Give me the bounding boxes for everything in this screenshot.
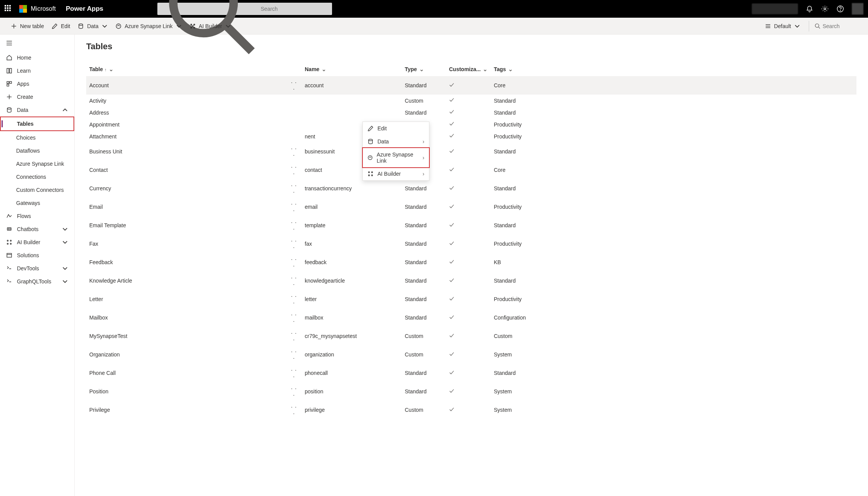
sidebar-item-gateways[interactable]: Gateways — [0, 196, 74, 210]
cell-customizable — [446, 382, 491, 401]
cell-customizable — [446, 253, 491, 271]
cell-customizable — [446, 271, 491, 290]
command-search[interactable] — [809, 21, 861, 32]
sidebar-item-home[interactable]: Home — [0, 51, 74, 64]
synapse-button[interactable]: Azure Synapse Link — [112, 18, 186, 34]
sidebar-item-label: Create — [17, 94, 33, 100]
column-header-tags[interactable]: Tags⌄ — [491, 62, 856, 76]
column-header-name[interactable]: Name⌄ — [302, 62, 402, 76]
settings-icon[interactable] — [821, 5, 829, 13]
context-menu-ai-builder[interactable]: AI Builder › — [363, 167, 429, 180]
row-more-button[interactable]: · · · — [286, 253, 302, 271]
app-launcher-icon[interactable] — [5, 5, 12, 13]
list-icon — [765, 23, 771, 29]
row-more-button[interactable]: · · · — [286, 382, 302, 401]
row-more-button[interactable]: · · · — [286, 271, 302, 290]
row-more-button[interactable]: · · · — [286, 76, 302, 95]
sidebar-item-graphql[interactable]: GraphQLTools — [0, 275, 74, 288]
plus-icon — [11, 23, 17, 29]
avatar[interactable] — [852, 3, 863, 15]
table-row[interactable]: Email Template· · ·templateStandardStand… — [86, 216, 856, 235]
column-header-table[interactable]: Table↑⌄ — [86, 62, 286, 76]
new-table-button[interactable]: New table — [7, 18, 48, 34]
row-more-button[interactable]: · · · — [286, 401, 302, 419]
table-row[interactable]: Knowledge Article· · ·knowledgearticleSt… — [86, 271, 856, 290]
cell-customizable — [446, 142, 491, 161]
row-more-button[interactable]: · · · — [286, 235, 302, 253]
table-row[interactable]: Letter· · ·letterStandardProductivity — [86, 290, 856, 308]
sidebar-item-synapse[interactable]: Azure Synapse Link — [0, 157, 74, 170]
sidebar-item-custom-connectors[interactable]: Custom Connectors — [0, 183, 74, 196]
book-icon — [6, 68, 12, 74]
table-row[interactable]: Position· · ·positionStandardSystem — [86, 382, 856, 401]
table-row[interactable]: MySynapseTest· · ·cr79c_mysynapsetestCus… — [86, 327, 856, 345]
column-header-customizable[interactable]: Customiza...⌄ — [446, 62, 491, 76]
row-more-button[interactable]: · · · — [286, 216, 302, 235]
ai-builder-button[interactable]: AI Builder — [186, 18, 235, 34]
chevron-right-icon: › — [422, 155, 424, 161]
table-row[interactable]: Account· · ·accountStandardCore — [86, 76, 856, 95]
chevron-down-icon — [62, 265, 68, 271]
column-header-type[interactable]: Type⌄ — [402, 62, 446, 76]
sidebar-item-chatbots[interactable]: Chatbots — [0, 223, 74, 236]
table-row[interactable]: AddressStandardStandard — [86, 107, 856, 118]
sidebar-item-choices[interactable]: Choices — [0, 131, 74, 144]
sidebar-item-tables[interactable]: Tables — [0, 117, 74, 131]
row-more-button[interactable]: · · · — [286, 308, 302, 327]
row-more-button[interactable]: · · · — [286, 179, 302, 198]
cell-customizable — [446, 345, 491, 364]
global-search[interactable] — [157, 3, 332, 15]
sidebar-item-apps[interactable]: Apps — [0, 77, 74, 90]
row-more-button[interactable]: · · · — [286, 161, 302, 179]
table-row[interactable]: Mailbox· · ·mailboxStandardConfiguration — [86, 308, 856, 327]
cell-tags: Standard — [491, 179, 856, 198]
chatbot-icon — [6, 226, 12, 232]
table-row[interactable]: Email· · ·emailStandardProductivity — [86, 198, 856, 216]
row-more-button[interactable]: · · · — [286, 345, 302, 364]
environment-picker[interactable] — [752, 3, 798, 14]
sidebar-item-create[interactable]: Create — [0, 90, 74, 103]
cell-type: Custom — [402, 345, 446, 364]
table-row[interactable]: AttachmentnentStandardProductivity — [86, 130, 856, 142]
table-row[interactable]: Organization· · ·organizationCustomSyste… — [86, 345, 856, 364]
cell-tags: Productivity — [491, 198, 856, 216]
row-more-button[interactable] — [286, 118, 302, 130]
table-row[interactable]: Currency· · ·transactioncurrencyStandard… — [86, 179, 856, 198]
row-more-button[interactable]: · · · — [286, 142, 302, 161]
context-menu-edit[interactable]: Edit — [363, 122, 429, 135]
sidebar-item-flows[interactable]: Flows — [0, 210, 74, 223]
edit-button[interactable]: Edit — [48, 18, 74, 34]
table-row[interactable]: ActivityCustomStandard — [86, 95, 856, 107]
sidebar-item-learn[interactable]: Learn — [0, 64, 74, 77]
row-more-button[interactable]: · · · — [286, 198, 302, 216]
sidebar-item-devtools[interactable]: DevTools — [0, 262, 74, 275]
sidebar-item-data[interactable]: Data — [0, 103, 74, 117]
sidebar-item-ai-builder[interactable]: AI Builder — [0, 236, 74, 249]
table-row[interactable]: Feedback· · ·feedbackStandardKB — [86, 253, 856, 271]
command-search-input[interactable] — [823, 23, 861, 29]
context-menu-data[interactable]: Data › — [363, 135, 429, 148]
help-icon[interactable] — [836, 5, 844, 13]
row-more-button[interactable]: · · · — [286, 364, 302, 382]
table-row[interactable]: Business Unit· · ·businessunitStandardSt… — [86, 142, 856, 161]
sidebar-item-connections[interactable]: Connections — [0, 170, 74, 183]
row-more-button[interactable]: · · · — [286, 290, 302, 308]
row-more-button[interactable]: · · · — [286, 327, 302, 345]
data-button[interactable]: Data — [74, 18, 112, 34]
plus-icon — [6, 94, 12, 100]
row-more-button[interactable] — [286, 95, 302, 107]
sidebar-item-dataflows[interactable]: Dataflows — [0, 144, 74, 157]
table-row[interactable]: Fax· · ·faxStandardProductivity — [86, 235, 856, 253]
notifications-icon[interactable] — [806, 5, 813, 13]
table-row[interactable]: AppointmentStandardProductivity — [86, 118, 856, 130]
hamburger-button[interactable] — [0, 38, 74, 51]
row-more-button[interactable] — [286, 130, 302, 142]
view-picker[interactable]: Default — [761, 23, 804, 29]
context-menu-synapse[interactable]: Azure Synapse Link › — [362, 147, 430, 168]
global-search-input[interactable] — [258, 6, 328, 12]
table-row[interactable]: Phone Call· · ·phonecallStandardStandard — [86, 364, 856, 382]
sidebar-item-solutions[interactable]: Solutions — [0, 249, 74, 262]
row-more-button[interactable] — [286, 107, 302, 118]
table-row[interactable]: Privilege· · ·privilegeCustomSystem — [86, 401, 856, 419]
table-row[interactable]: Contact· · ·contactStandardCore — [86, 161, 856, 179]
